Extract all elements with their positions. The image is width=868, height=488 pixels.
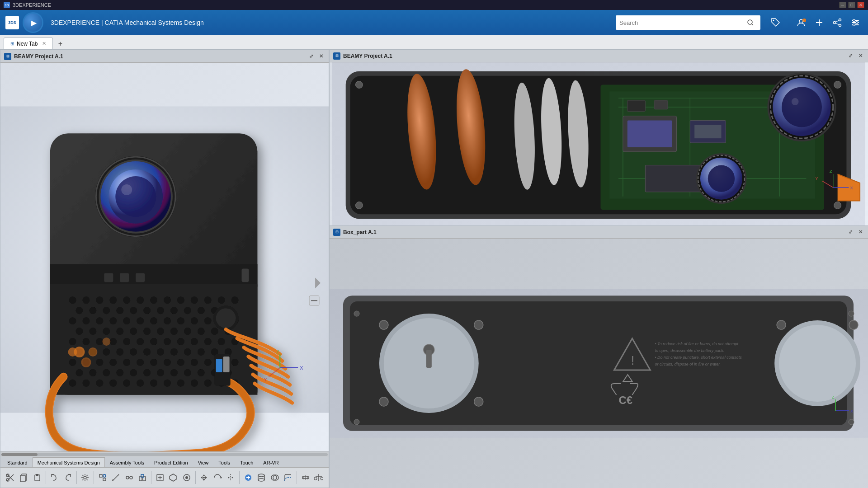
svg-point-49 (69, 317, 76, 324)
svg-point-31 (164, 296, 171, 304)
minimize-button[interactable]: ─ (839, 2, 846, 8)
svg-point-40 (116, 307, 123, 314)
bottom-toolbar: Standard Mechanical Systems Design Assem… (0, 456, 329, 488)
svg-text:X: X (850, 185, 853, 190)
vp-rb-close-btn[interactable]: ✕ (856, 228, 864, 236)
tool-fillet[interactable] (282, 469, 295, 486)
tool-constraint[interactable] (123, 469, 136, 486)
titlebar-left: 3D 3DEXPERIENCE (4, 2, 51, 8)
svg-point-108 (191, 359, 198, 366)
settings-button[interactable] (848, 15, 863, 30)
svg-point-41 (130, 307, 137, 314)
vp-rt-expand-btn[interactable]: ⤢ (846, 52, 854, 60)
tool-move[interactable] (198, 469, 210, 486)
toolbar-separator-4 (151, 471, 151, 484)
svg-point-213 (314, 477, 317, 480)
svg-line-1 (752, 24, 753, 25)
svg-point-124 (69, 380, 76, 387)
tool-balance[interactable] (313, 469, 326, 486)
svg-point-99 (69, 359, 76, 366)
toolbar-tab-touch[interactable]: Touch (235, 457, 258, 467)
tool-redo[interactable] (61, 469, 74, 486)
maximize-button[interactable]: □ (848, 2, 855, 8)
tab-close-icon[interactable]: ✕ (42, 41, 46, 47)
add-tab-button[interactable]: + (55, 38, 66, 49)
svg-point-286 (354, 311, 359, 316)
viewport-rb-header: ⊞ Box_part A.1 ⤢ ✕ (330, 226, 868, 239)
svg-point-38 (89, 307, 96, 314)
vp-rb-icon: ⊞ (333, 229, 340, 236)
svg-line-11 (836, 20, 839, 22)
svg-point-141 (68, 347, 77, 357)
logo-icon: 3DS (5, 16, 19, 29)
main-content: ⊞ BEAMY Project A.1 ⤢ ✕ (0, 50, 868, 488)
tool-cut[interactable] (4, 469, 17, 486)
tool-rotate[interactable] (211, 469, 224, 486)
vp-rt-icon: ⊞ (333, 52, 340, 60)
tool-measure2[interactable] (299, 469, 312, 486)
svg-point-270 (777, 320, 786, 329)
tool-snap[interactable] (96, 469, 109, 486)
tool-part[interactable] (167, 469, 179, 486)
toolbar-tab-arvr[interactable]: AR-VR (258, 457, 283, 467)
viewport-left-canvas[interactable]: X Z Y (0, 63, 329, 456)
model-rt-svg: X Y Z (330, 62, 868, 225)
svg-point-111 (231, 359, 239, 366)
play-button[interactable] (23, 12, 43, 33)
vp-left-close-btn[interactable]: ✕ (317, 52, 325, 61)
tool-undo[interactable] (48, 469, 61, 486)
tool-modify[interactable] (180, 469, 193, 486)
svg-point-283 (849, 419, 854, 425)
toolbar-tab-view[interactable]: View (193, 457, 214, 467)
tool-copy[interactable] (18, 469, 30, 486)
tool-boolean[interactable] (269, 469, 281, 486)
svg-point-106 (164, 359, 171, 366)
toolbar-tab-product[interactable]: Product Edition (149, 457, 193, 467)
horizontal-scrollbar[interactable] (0, 451, 329, 457)
tool-insert-component[interactable] (154, 469, 166, 486)
tag-button[interactable] (769, 15, 783, 30)
svg-point-24 (69, 296, 76, 304)
svg-point-79 (137, 338, 144, 345)
tool-cylinder[interactable] (255, 469, 268, 486)
svg-point-127 (109, 380, 117, 387)
svg-point-65 (116, 328, 123, 335)
scroll-thumb[interactable] (1, 453, 38, 456)
svg-point-181 (126, 476, 129, 479)
svg-rect-157 (223, 357, 230, 372)
svg-point-8 (839, 19, 841, 21)
svg-rect-156 (216, 359, 222, 372)
user-button[interactable]: + (794, 15, 808, 30)
svg-point-107 (177, 359, 184, 366)
vp-left-expand-btn[interactable]: ⤢ (307, 52, 315, 61)
tab-new-tab[interactable]: ⊞ New Tab ✕ (4, 38, 53, 49)
tool-paste[interactable] (31, 469, 43, 486)
close-button[interactable]: ✕ (857, 2, 864, 8)
viewport-rb-canvas[interactable]: ! • To reduce risk of fire or burns, do … (330, 239, 868, 488)
tool-add[interactable] (242, 469, 255, 486)
vp-rb-expand-btn[interactable]: ⤢ (846, 228, 854, 236)
tool-assembly-feature[interactable] (137, 469, 149, 486)
toolbar-separator-7 (297, 471, 297, 484)
search-input[interactable] (619, 19, 744, 26)
svg-point-101 (96, 359, 103, 366)
vp-left-icon: ⊞ (4, 53, 11, 60)
svg-point-64 (103, 328, 110, 335)
toolbar-tab-standard[interactable]: Standard (2, 457, 33, 467)
vp-rt-close-btn[interactable]: ✕ (856, 52, 864, 60)
search-bar (616, 15, 760, 30)
tool-symmetry[interactable] (225, 469, 237, 486)
viewport-rt-canvas[interactable]: X Y Z (330, 62, 868, 225)
toolbar-tab-msd[interactable]: Mechanical Systems Design (33, 457, 105, 467)
tool-settings[interactable] (79, 469, 91, 486)
svg-point-133 (191, 380, 198, 387)
svg-point-50 (83, 317, 90, 324)
toolbar-tab-tools[interactable]: Tools (213, 457, 235, 467)
search-button[interactable] (744, 16, 757, 29)
share-button[interactable] (830, 15, 844, 30)
svg-text:Z: Z (832, 395, 835, 399)
tool-measure[interactable] (109, 469, 122, 486)
add-button[interactable] (812, 15, 826, 30)
svg-point-16 (853, 19, 855, 22)
toolbar-tab-assembly[interactable]: Assembly Tools (105, 457, 149, 467)
